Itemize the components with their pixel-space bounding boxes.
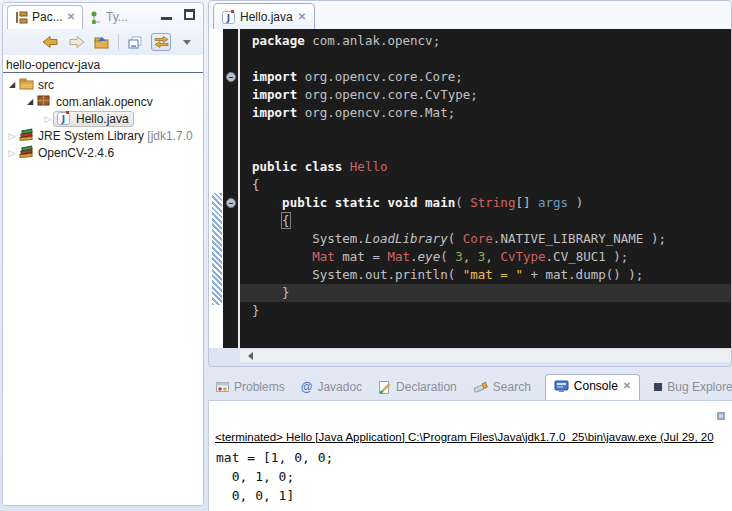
up-folder-icon — [94, 36, 110, 49]
tab-problems[interactable]: Problems — [214, 376, 287, 400]
tab-declaration[interactable]: Declaration — [376, 376, 459, 400]
code-token: } — [252, 285, 290, 300]
code-token — [252, 213, 282, 228]
go-up-button[interactable] — [92, 33, 112, 51]
fold-collapse-icon[interactable] — [226, 198, 236, 208]
code-token: args — [538, 195, 568, 210]
tree-item-com-anlak-opencv[interactable]: ◢com.anlak.opencv — [3, 93, 203, 110]
chevron-down-icon — [183, 40, 191, 45]
console-view: <terminated> Hello [Java Application] C:… — [208, 400, 732, 511]
code-token: String — [470, 195, 515, 210]
code-line: Mat mat = Mat.eye( 3, 3, CvType.CV_8UC1 … — [252, 248, 731, 266]
code-token: { — [252, 177, 260, 192]
code-token: .CV_8UC1 ); — [546, 249, 629, 264]
view-tabbar: Pac... ✕ Ty... — [3, 3, 203, 29]
code-token: org.opencv.core.Mat; — [305, 105, 456, 120]
annotation-ruler[interactable] — [209, 29, 223, 348]
code-token: , — [463, 249, 478, 264]
tab-package-explorer[interactable]: Pac... ✕ — [7, 5, 83, 29]
code-line: public class Hello — [252, 158, 731, 176]
tree-item-hello-java[interactable]: ▷JHello.java — [3, 110, 203, 127]
tab-label: Pac... — [32, 10, 63, 24]
back-button[interactable] — [40, 33, 60, 51]
fold-margin[interactable] — [223, 29, 240, 348]
collapse-all-icon — [128, 36, 142, 49]
collapse-arrow-icon[interactable]: ◢ — [7, 80, 17, 89]
close-icon[interactable]: ✕ — [623, 381, 631, 391]
declaration-icon — [378, 381, 391, 394]
tab-console[interactable]: Console✕ — [545, 374, 640, 400]
forward-button[interactable] — [66, 33, 86, 51]
code-line: import org.opencv.core.CvType; — [252, 86, 731, 104]
tree-item-src[interactable]: ◢src — [3, 76, 203, 93]
code-line — [252, 122, 731, 140]
console-toolbar-icon[interactable] — [717, 412, 725, 420]
tab-type-hierarchy[interactable]: Ty... — [83, 6, 135, 29]
editor-tab-hello-java[interactable]: J Hello.java ✕ — [213, 3, 315, 29]
code-token: 3 — [455, 249, 463, 264]
code-line — [252, 50, 731, 68]
code-token: import — [252, 87, 305, 102]
search-icon — [473, 381, 488, 394]
view-window-buttons — [161, 9, 195, 20]
minimize-button[interactable] — [161, 17, 172, 20]
close-icon[interactable]: ✕ — [67, 12, 75, 22]
maximize-button[interactable] — [184, 9, 195, 20]
code-text[interactable]: package com.anlak.opencv; import org.ope… — [240, 29, 731, 348]
tab-bug-explorer[interactable]: Bug Explorer — [652, 376, 732, 400]
code-line: { — [252, 176, 731, 194]
console-icon — [554, 380, 569, 393]
code-line: package com.anlak.opencv; — [252, 32, 731, 50]
expand-arrow-icon[interactable]: ▷ — [7, 131, 17, 141]
back-arrow-icon — [43, 36, 58, 48]
tree-item-label: JRE System Library [jdk1.7.0 — [38, 129, 193, 143]
editor-tab-label: Hello.java — [240, 10, 293, 24]
code-token: } — [252, 303, 260, 318]
tab-label: Console — [574, 379, 618, 393]
tab-javadoc[interactable]: @Javadoc — [299, 376, 364, 400]
tree-item-decoration: [jdk1.7.0 — [144, 129, 193, 143]
close-icon[interactable]: ✕ — [298, 12, 306, 22]
console-output[interactable]: mat = [1, 0, 0; 0, 1, 0; 0, 0, 1] — [216, 448, 333, 505]
fold-collapse-icon[interactable] — [226, 72, 236, 82]
scroll-left-arrow-icon[interactable] — [248, 352, 253, 360]
tree-item-label: Hello.java — [76, 112, 129, 126]
tree-item-opencv-2-4-6[interactable]: ▷OpenCV-2.4.6 — [3, 144, 203, 161]
bug-icon — [654, 383, 662, 391]
tree-item-label: src — [38, 78, 54, 92]
code-token — [252, 195, 282, 210]
tab-search[interactable]: Search — [471, 376, 533, 400]
link-with-editor-button[interactable] — [151, 33, 171, 51]
range-indicator — [212, 193, 222, 305]
svg-text:J: J — [226, 13, 230, 23]
view-menu-button[interactable] — [177, 33, 197, 51]
code-line: } — [252, 302, 731, 320]
code-line: { — [252, 212, 731, 230]
tree-item-label: com.anlak.opencv — [56, 95, 153, 109]
tab-label: Problems — [234, 380, 285, 394]
code-token: import — [252, 105, 305, 120]
tab-label: Bug Explorer — [667, 380, 732, 394]
project-tree: hello-opencv-java ◢src◢com.anlak.opencv▷… — [3, 55, 203, 505]
selected-item-highlight: JHello.java — [53, 111, 134, 127]
code-line: import org.opencv.core.Mat; — [252, 104, 731, 122]
view-toolbar — [3, 29, 203, 55]
bottom-view-stack: Problems@JavadocDeclarationSearchConsole… — [208, 372, 732, 511]
collapse-all-button[interactable] — [125, 33, 145, 51]
code-token: ( — [440, 249, 455, 264]
code-line: import org.opencv.core.Core; — [252, 68, 731, 86]
code-token: ) — [568, 195, 583, 210]
code-editor[interactable]: package com.anlak.opencv; import org.ope… — [209, 29, 731, 348]
code-token: public static void main — [282, 195, 455, 210]
expand-arrow-icon[interactable]: ▷ — [7, 148, 17, 158]
collapse-arrow-icon[interactable]: ◢ — [25, 97, 35, 106]
expand-arrow-icon[interactable]: ▷ — [43, 114, 53, 124]
horizontal-scrollbar[interactable] — [240, 348, 731, 362]
tree-item-project-root[interactable]: hello-opencv-java — [3, 58, 203, 73]
code-token: com.anlak.opencv; — [312, 33, 440, 48]
code-token: "mat = " — [463, 267, 523, 282]
code-token: CvType — [500, 249, 545, 264]
code-token — [252, 249, 312, 264]
tree-item-jre-system-library[interactable]: ▷JRE System Library [jdk1.7.0 — [3, 127, 203, 144]
problems-icon — [216, 381, 229, 393]
